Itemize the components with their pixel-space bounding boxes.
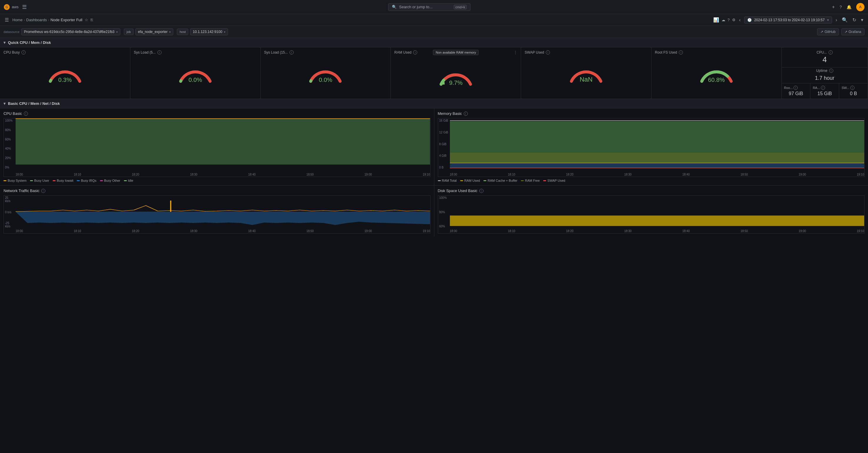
- legend-busy-other: Busy Other: [100, 179, 120, 182]
- job-select[interactable]: efa_node_exporter ▾: [135, 28, 174, 35]
- cpu-cores-label: CPU...: [816, 50, 827, 55]
- sys-load-15-label: Sys Load (15...: [264, 50, 288, 55]
- root-fs-stat: Roo... i 97 GiB: [782, 83, 811, 99]
- cpu-basic-info[interactable]: i: [24, 112, 28, 116]
- breadcrumb-home[interactable]: Home: [12, 18, 23, 22]
- sys-load-15-info[interactable]: i: [289, 50, 293, 55]
- star2-icon[interactable]: ☁: [721, 18, 725, 22]
- prev-icon[interactable]: ‹: [738, 16, 742, 24]
- network-info[interactable]: i: [41, 189, 45, 193]
- nav-right: + ? 🔔 A: [832, 3, 865, 11]
- datasource-value: Prometheus ws-619dcc5c-295d-4e8e-8a2d-43…: [24, 30, 115, 34]
- legend-dot-busy-other: [100, 180, 103, 181]
- memory-basic-chart: 16 GiB 12 GiB 8 GiB 4 GiB 0 B: [438, 118, 865, 177]
- root-fs-title: Root FS Used i: [655, 50, 778, 55]
- swap-used-label: SWAP Used: [525, 50, 544, 55]
- time-range-value: 2024-02-13 17:53:03 to 2024-02-13 19:10:…: [754, 18, 825, 22]
- swap-used-value: NaN: [580, 76, 593, 83]
- cpu-basic-chart: 100% 80% 60% 40% 20% 0% 18:00 18:10 18:2…: [3, 118, 431, 177]
- bell-icon[interactable]: 🔔: [846, 5, 851, 9]
- legend-busy-user: Busy User: [30, 179, 49, 182]
- time-range[interactable]: 🕐 2024-02-13 17:53:03 to 2024-02-13 19:1…: [744, 17, 832, 24]
- charts-section: CPU Basic i 100% 80% 60% 40% 20% 0% 18:0…: [0, 108, 868, 186]
- github-btn[interactable]: ↗ GitHub: [817, 28, 839, 35]
- mem-x-axis: 18:00 18:10 18:20 18:30 18:40 18:50 19:0…: [450, 172, 865, 177]
- sys-load-15-card: Sys Load (15... i 0.0%: [261, 48, 391, 99]
- share-icon[interactable]: ⎘: [91, 18, 93, 22]
- root-stat-info[interactable]: i: [794, 86, 798, 90]
- cpu-cores-title: CPU... i: [785, 50, 864, 55]
- swap-stat-info[interactable]: i: [850, 86, 855, 90]
- datasource-select[interactable]: Prometheus ws-619dcc5c-295d-4e8e-8a2d-43…: [21, 28, 120, 35]
- breadcrumb-dashboards[interactable]: Dashboards: [26, 18, 47, 22]
- root-fs-card: Root FS Used i 60.8%: [651, 48, 782, 99]
- zoom-out-icon[interactable]: 🔍: [841, 16, 849, 24]
- swap-info[interactable]: i: [546, 50, 550, 55]
- grafana-btn[interactable]: ↗ Grafana: [841, 28, 865, 35]
- root-fs-info[interactable]: i: [679, 50, 683, 55]
- help-icon[interactable]: ?: [839, 5, 842, 9]
- star-icon[interactable]: ☆: [85, 18, 88, 22]
- bottom-section: Network Traffic Basic i 25 kb/s 0 b/s -2…: [0, 186, 868, 236]
- cpu-legend: Busy System Busy User Busy Iowait Busy I…: [3, 179, 431, 182]
- hamburger-icon[interactable]: ☰: [22, 4, 27, 10]
- grafana-label: Grafana: [848, 30, 861, 34]
- host-select[interactable]: 10.1.123.142:9100 ▾: [190, 28, 228, 35]
- memory-basic-info[interactable]: i: [464, 112, 468, 116]
- job-value: efa_node_exporter: [138, 30, 168, 34]
- legend-swap-used: SWAP Used: [543, 179, 565, 182]
- ram-stat-val: 15 GiB: [813, 91, 837, 96]
- legend-busy-system: Busy System: [3, 179, 27, 182]
- github-label: GitHub: [825, 30, 835, 34]
- uptime-info[interactable]: i: [829, 68, 833, 73]
- host-chevron: ▾: [224, 30, 225, 34]
- ram-info[interactable]: i: [413, 50, 417, 55]
- cpu-x-axis: 18:00 18:10 18:20 18:30 18:40 18:50 19:0…: [16, 172, 430, 177]
- svg-rect-7: [450, 163, 865, 168]
- disk-title: Disk Space Used Basic i: [438, 189, 865, 193]
- network-label: Network Traffic Basic: [3, 189, 39, 193]
- legend-dot-busy-user: [30, 180, 33, 181]
- legend-dot-busy-irqs: [77, 180, 80, 181]
- search-placeholder: Search or jump to...: [399, 5, 432, 9]
- bar-chart-icon[interactable]: 📊: [713, 17, 719, 23]
- root-stat-val: 97 GiB: [784, 91, 808, 96]
- net-y-axis: 25 kb/s 0 b/s -25 kb/s: [4, 196, 16, 229]
- legend-dot-busy-system: [3, 180, 6, 181]
- cpu-busy-card: CPU Busy i 0.3%: [0, 48, 130, 99]
- cpu-basic-label: CPU Basic: [3, 111, 22, 116]
- disk-info[interactable]: i: [479, 189, 484, 193]
- legend-dot-ram-total: [438, 180, 441, 181]
- ram-used-label: RAM Used: [394, 50, 411, 55]
- cpu-cores-info[interactable]: i: [829, 50, 833, 55]
- network-chart: 25 kb/s 0 b/s -25 kb/s 18:00 18:10 18:20…: [3, 195, 431, 233]
- time-range-dropdown[interactable]: ▾: [827, 18, 829, 22]
- search-shortcut: cmd+k: [454, 5, 467, 9]
- root-fs-gauge: 60.8%: [655, 56, 778, 86]
- svg-rect-6: [450, 152, 865, 163]
- add-icon[interactable]: +: [832, 4, 835, 10]
- breadcrumb-sep-2: ›: [48, 18, 49, 22]
- legend-dot-idle: [124, 180, 127, 181]
- avatar[interactable]: A: [856, 3, 865, 11]
- quick-section-header[interactable]: ▾ Quick CPU / Mem / Disk: [0, 38, 868, 48]
- sys-load-5-info[interactable]: i: [157, 50, 161, 55]
- sys-load-15-title: Sys Load (15... i: [264, 50, 387, 55]
- sidebar-toggle[interactable]: ☰: [3, 16, 10, 24]
- ram-stat-info[interactable]: i: [821, 86, 825, 90]
- gear-icon[interactable]: ⚙: [732, 18, 736, 22]
- mem-y-axis: 16 GiB 12 GiB 8 GiB 4 GiB 0 B: [438, 118, 450, 170]
- cpu-busy-info[interactable]: i: [22, 50, 26, 55]
- legend-dot-ram-cache: [484, 180, 486, 181]
- next-icon[interactable]: ›: [834, 16, 838, 24]
- basic-section-header[interactable]: ▾ Basic CPU / Mem / Net / Disk: [0, 99, 868, 108]
- ram-more-btn[interactable]: ⋮: [514, 50, 517, 55]
- uptime-value: 1.7 hour: [782, 75, 868, 83]
- refresh-icon[interactable]: ↻: [851, 16, 858, 24]
- refresh-dropdown[interactable]: ▾: [860, 16, 865, 24]
- memory-basic-label: Memory Basic: [438, 111, 462, 116]
- search-icon: 🔍: [392, 5, 397, 9]
- help2-icon[interactable]: ?: [727, 18, 730, 22]
- uptime-section: Uptime i 1.7 hour: [782, 67, 868, 83]
- search-box[interactable]: 🔍 Search or jump to... cmd+k: [388, 3, 470, 11]
